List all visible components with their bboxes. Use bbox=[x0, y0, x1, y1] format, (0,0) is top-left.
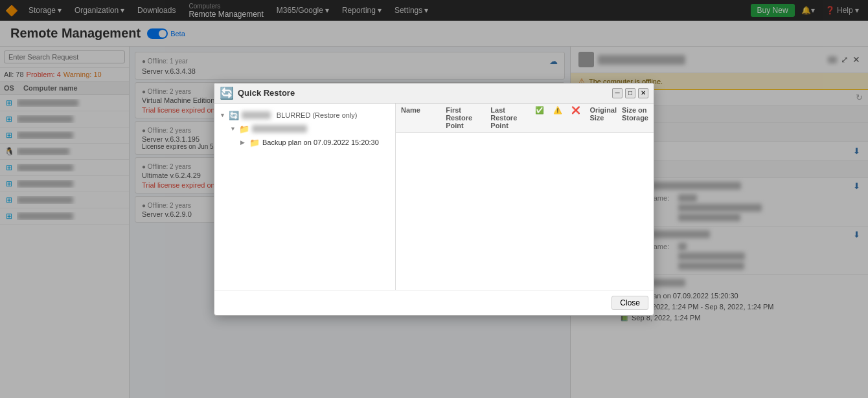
minimize-button[interactable]: ─ bbox=[612, 88, 622, 98]
quick-restore-modal: 🔄 Quick Restore ─ □ ✕ ▼ 🔄 PCBLRD BLURRED… bbox=[214, 83, 654, 316]
col-orig-size-header: Original Size bbox=[589, 106, 617, 129]
modal-controls: ─ □ ✕ bbox=[612, 88, 648, 98]
modal-title: Quick Restore bbox=[238, 88, 608, 98]
tree-backup-plan-node[interactable]: ▶ 📁 Backup plan on 07.09.2022 15:20:30 bbox=[214, 136, 395, 149]
modal-header: 🔄 Quick Restore ─ □ ✕ bbox=[214, 83, 654, 104]
col-size-storage-header: Size on Storage bbox=[622, 106, 648, 129]
close-modal-button[interactable]: ✕ bbox=[638, 88, 648, 98]
restore-modal-icon: 🔄 bbox=[220, 86, 234, 100]
col-ok-header: ✅ bbox=[535, 106, 548, 129]
modal-overlay: 🔄 Quick Restore ─ □ ✕ ▼ 🔄 PCBLRD BLURRED… bbox=[0, 0, 868, 398]
tree-arrow-icon: ▶ bbox=[240, 139, 247, 146]
col-err-header: ❌ bbox=[571, 106, 584, 129]
modal-footer: Close bbox=[214, 290, 654, 315]
close-button[interactable]: Close bbox=[611, 296, 648, 310]
tree-arrow-icon: ▼ bbox=[220, 112, 226, 118]
tree-root-node[interactable]: ▼ 🔄 PCBLRD BLURRED (Restore only) bbox=[214, 109, 395, 122]
modal-columns-header: Name First Restore Point Last Restore Po… bbox=[396, 104, 654, 133]
backup-plan-tree-label: Backup plan on 07.09.2022 15:20:30 bbox=[262, 138, 379, 146]
col-name-header: Name bbox=[401, 106, 440, 129]
col-last-restore-header: Last Restore Point bbox=[490, 106, 530, 129]
modal-content-area bbox=[396, 133, 654, 290]
col-first-restore-header: First Restore Point bbox=[446, 106, 485, 129]
computer-restore-icon: 🔄 bbox=[229, 111, 239, 120]
maximize-button[interactable]: □ bbox=[625, 88, 635, 98]
modal-right-pane: Name First Restore Point Last Restore Po… bbox=[396, 104, 654, 290]
tree-computer-label: PCBLRD BLURRED (Restore only) bbox=[242, 111, 358, 119]
folder-icon: 📁 bbox=[239, 124, 249, 134]
folder-icon: 📁 bbox=[249, 138, 260, 148]
modal-tree: ▼ 🔄 PCBLRD BLURRED (Restore only) ▼ 📁 ST… bbox=[214, 104, 396, 290]
col-warn-header: ⚠️ bbox=[553, 106, 566, 129]
tree-storage-node[interactable]: ▼ 📁 STORAGENAME bbox=[214, 122, 395, 136]
tree-arrow-icon: ▼ bbox=[230, 126, 236, 132]
modal-body: ▼ 🔄 PCBLRD BLURRED (Restore only) ▼ 📁 ST… bbox=[214, 104, 654, 290]
